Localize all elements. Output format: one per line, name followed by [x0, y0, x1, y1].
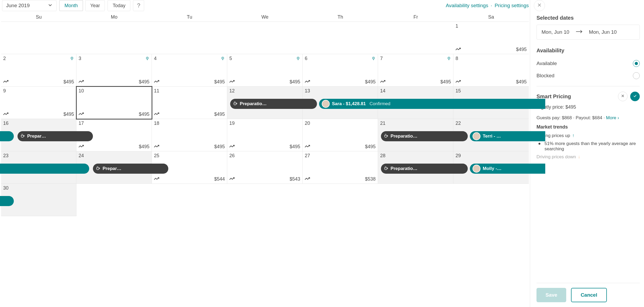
price-row: $544 — [154, 176, 225, 182]
month-selector[interactable]: June 2019 — [2, 0, 57, 11]
calendar-cell-empty — [378, 22, 453, 54]
guests-pay: Guests pay: $868 — [536, 115, 572, 120]
trend-icon — [305, 144, 311, 150]
pay-payout-line: Guests pay: $868 · Payout: $684 · More › — [536, 115, 640, 121]
reservation-pill[interactable]: Terri - … — [470, 131, 545, 141]
view-month-button[interactable]: Month — [59, 0, 83, 11]
calendar-cell-empty — [303, 22, 378, 54]
day-number: 15 — [456, 88, 461, 94]
smart-pricing-off-button[interactable] — [618, 92, 628, 101]
trend-icon — [154, 112, 160, 117]
preparation-pill[interactable]: Preparatio… — [381, 131, 468, 141]
price-value: $543 — [290, 176, 300, 182]
price-value: $495 — [139, 112, 149, 117]
today-button[interactable]: Today — [108, 0, 130, 11]
day-number: 9 — [3, 88, 6, 94]
day-number: 29 — [456, 153, 461, 159]
trend-icon — [154, 144, 160, 150]
weekday-label: Fr — [378, 13, 453, 22]
calendar-cell[interactable]: 20$495 — [303, 119, 378, 151]
reservation-pill[interactable]: Molly -… — [470, 164, 545, 174]
reservation-pill[interactable] — [0, 131, 14, 141]
help-button[interactable]: ? — [133, 0, 144, 11]
close-button[interactable] — [534, 0, 545, 11]
day-number: 3 — [79, 56, 81, 61]
availability-settings-link[interactable]: Availability settings — [446, 3, 488, 8]
calendar-cell[interactable]: 27$538 — [303, 151, 378, 184]
view-year-button[interactable]: Year — [85, 0, 105, 11]
day-number: 14 — [380, 88, 385, 94]
calendar-cell[interactable]: 26$543 — [227, 151, 303, 184]
calendar-cell[interactable]: 10$495 — [76, 87, 152, 119]
smart-pricing-on-button[interactable] — [630, 92, 640, 101]
calendar-cell[interactable]: 8$495 — [453, 54, 529, 87]
weekday-label: Mo — [76, 13, 152, 22]
svg-point-15 — [298, 58, 299, 58]
pricing-settings-link[interactable]: Pricing settings — [495, 3, 529, 8]
pill-status: Confirmed — [370, 101, 390, 106]
x-icon — [621, 94, 625, 99]
price-row: $495 — [79, 79, 149, 85]
day-number: 12 — [229, 88, 235, 94]
check-icon — [633, 94, 637, 99]
calendar-cell[interactable]: 9$495 — [1, 87, 76, 119]
calendar-cell[interactable]: 4$495 — [152, 54, 227, 87]
trend-icon — [3, 79, 9, 85]
cancel-button[interactable]: Cancel — [571, 288, 607, 302]
preparation-icon — [384, 133, 388, 139]
month-label: June 2019 — [6, 3, 30, 8]
price-value: $544 — [214, 176, 225, 182]
weekday-label: Su — [1, 13, 76, 22]
day-number: 26 — [229, 153, 235, 159]
trend-icon — [79, 144, 84, 150]
reservation-pill[interactable]: Sara - $1,428.81Confirmed — [319, 99, 545, 109]
price-value: $495 — [63, 79, 74, 85]
price-value: $538 — [365, 176, 376, 182]
smart-pricing-icon — [447, 56, 451, 62]
weekday-label: Sa — [453, 13, 529, 22]
selected-dates-heading: Selected dates — [536, 15, 640, 21]
pill-label: Sara - $1,428.81 — [332, 101, 366, 106]
trend-icon — [154, 79, 160, 85]
day-number: 16 — [3, 121, 8, 126]
preparation-pill[interactable]: Prepar… — [93, 164, 168, 174]
chevron-down-icon — [48, 3, 53, 9]
payout: Payout: $684 — [576, 115, 602, 120]
calendar-cell[interactable]: 2$495 — [1, 54, 76, 87]
calendar-cell[interactable]: 3$495 — [76, 54, 152, 87]
price-value: $495 — [440, 79, 451, 85]
day-number: 22 — [456, 121, 461, 126]
more-link[interactable]: More › — [606, 115, 619, 120]
calendar-cell[interactable]: 19$495 — [227, 119, 303, 151]
trend-icon — [305, 176, 311, 182]
save-button[interactable]: Save — [536, 288, 566, 302]
date-range-input[interactable]: Mon, Jun 10 Mon, Jun 10 — [536, 25, 640, 40]
reservation-pill[interactable] — [0, 164, 89, 174]
trend-icon — [79, 112, 84, 117]
price-value: $495 — [214, 112, 225, 117]
preparation-pill[interactable]: Preparatio… — [381, 164, 468, 174]
guest-avatar — [473, 132, 480, 140]
price-row: $543 — [229, 176, 300, 182]
calendar-cell[interactable]: 7$495 — [378, 54, 453, 87]
calendar-cell[interactable]: 6$495 — [303, 54, 378, 87]
nightly-price: Nightly price: $495 — [536, 104, 640, 110]
blocked-option[interactable]: Blocked — [536, 70, 640, 82]
weekday-label: Tu — [152, 13, 227, 22]
preparation-icon — [20, 133, 25, 139]
preparation-pill[interactable]: Preparatio… — [230, 99, 317, 109]
pill-label: Terri - … — [483, 134, 501, 139]
available-option[interactable]: Available — [536, 57, 640, 70]
calendar-cell[interactable]: 5$495 — [227, 54, 303, 87]
calendar-cell-empty — [152, 22, 227, 54]
calendar-cell[interactable]: 1$495 — [453, 22, 529, 54]
preparation-pill[interactable]: Prepar… — [18, 131, 93, 141]
trend-icon — [3, 112, 9, 117]
calendar-cell[interactable]: 18$495 — [152, 119, 227, 151]
price-row: $495 — [305, 79, 376, 85]
calendar-toolbar: June 2019 Month Year Today ? Availabilit… — [1, 0, 529, 13]
trend-icon — [229, 79, 235, 85]
calendar-cell[interactable]: 11$495 — [152, 87, 227, 119]
price-row: $538 — [305, 176, 376, 182]
reservation-pill[interactable] — [0, 196, 14, 206]
